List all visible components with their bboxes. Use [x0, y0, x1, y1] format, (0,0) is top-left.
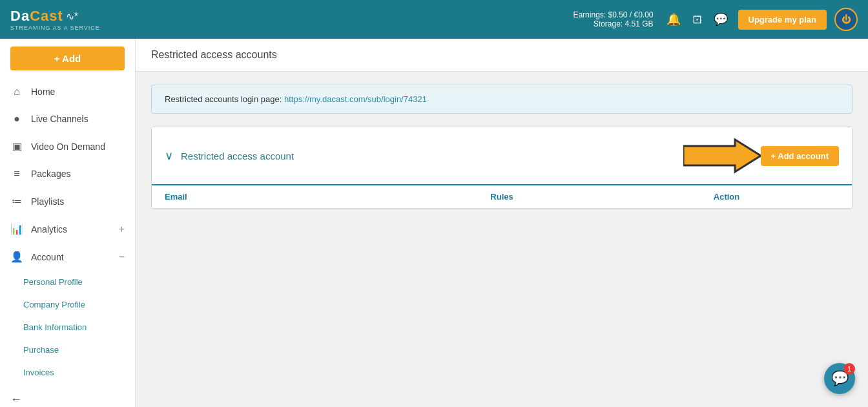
sidebar-item-live-channels[interactable]: ● Live Channels	[0, 105, 135, 132]
sidebar-home-label: Home	[31, 87, 125, 97]
add-account-button[interactable]: + Add account	[761, 146, 839, 166]
nav-icons-group: 🔔 ⊡ 💬	[666, 12, 728, 26]
home-icon: ⌂	[10, 86, 23, 98]
info-box: Restricted accounts login page: https://…	[151, 85, 852, 114]
bank-information-label: Bank Information	[23, 322, 87, 332]
logo-text: DaCast	[10, 8, 63, 25]
sidebar-item-playlists[interactable]: ≔ Playlists	[0, 187, 135, 215]
sidebar-playlists-label: Playlists	[31, 196, 125, 207]
account-icon: 👤	[10, 251, 23, 263]
earnings-label: Earnings: $0.50 / €0.00	[573, 10, 653, 19]
sidebar-analytics-label: Analytics	[31, 224, 111, 235]
sidebar-item-account[interactable]: 👤 Account −	[0, 243, 135, 271]
avatar-icon: ⏻	[842, 14, 851, 25]
nav-info: Earnings: $0.50 / €0.00 Storage: 4.51 GB	[573, 10, 653, 28]
account-collapse-icon[interactable]: −	[119, 251, 125, 263]
column-header-action: Action	[614, 192, 839, 202]
logo-subtitle: STREAMING AS A SERVICE	[10, 25, 100, 31]
sidebar-live-channels-label: Live Channels	[31, 114, 125, 124]
company-profile-label: Company Profile	[23, 300, 85, 309]
sidebar-item-analytics[interactable]: 📊 Analytics +	[0, 215, 135, 243]
chat-badge: 1	[843, 363, 855, 375]
top-navigation: DaCast ∿* STREAMING AS A SERVICE Earning…	[0, 0, 868, 39]
purchase-label: Purchase	[23, 345, 59, 355]
sidebar-vod-label: Video On Demand	[31, 141, 125, 152]
sidebar: + Add ⌂ Home ● Live Channels ▣ Video On …	[0, 39, 136, 407]
section-collapse-icon[interactable]: ∨	[165, 149, 173, 163]
sidebar-item-invoices[interactable]: Invoices	[0, 361, 135, 384]
add-button[interactable]: + Add	[10, 47, 125, 70]
personal-profile-label: Personal Profile	[23, 277, 83, 287]
page-header: Restricted access accounts	[136, 39, 868, 72]
sidebar-item-home[interactable]: ⌂ Home	[0, 78, 135, 105]
sidebar-item-company-profile[interactable]: Company Profile	[0, 293, 135, 316]
packages-icon: ≡	[10, 168, 23, 180]
fullscreen-icon[interactable]: ⊡	[692, 12, 702, 26]
arrow-svg	[683, 136, 761, 175]
sidebar-packages-label: Packages	[31, 169, 125, 179]
sidebar-account-label: Account	[31, 252, 111, 262]
upgrade-button[interactable]: Upgrade my plan	[738, 10, 827, 30]
analytics-expand-icon[interactable]: +	[119, 224, 125, 235]
vod-icon: ▣	[10, 140, 23, 152]
sidebar-item-purchase[interactable]: Purchase	[0, 339, 135, 361]
live-channels-icon: ●	[10, 113, 23, 125]
sidebar-item-personal-profile[interactable]: Personal Profile	[0, 271, 135, 293]
user-avatar[interactable]: ⏻	[834, 8, 858, 31]
logo: DaCast ∿* STREAMING AS A SERVICE	[10, 8, 100, 31]
main-layout: + Add ⌂ Home ● Live Channels ▣ Video On …	[0, 39, 868, 407]
section-header: ∨ Restricted access account + Add accoun…	[152, 127, 852, 185]
chat-bubble[interactable]: 💬 1	[824, 363, 855, 394]
section-title: Restricted access account	[181, 151, 683, 162]
arrow-annotation	[683, 136, 761, 175]
notification-icon[interactable]: 🔔	[666, 12, 681, 26]
storage-label: Storage: 4.51 GB	[594, 19, 654, 28]
section-panel: ∨ Restricted access account + Add accoun…	[151, 127, 852, 209]
sidebar-item-bank-information[interactable]: Bank Information	[0, 316, 135, 339]
column-header-rules: Rules	[389, 192, 614, 202]
playlists-icon: ≔	[10, 195, 23, 207]
invoices-label: Invoices	[23, 368, 54, 377]
sidebar-item-packages[interactable]: ≡ Packages	[0, 160, 135, 187]
info-text: Restricted accounts login page:	[165, 94, 284, 104]
content-area: Restricted accounts login page: https://…	[136, 72, 868, 222]
info-link[interactable]: https://my.dacast.com/sub/login/74321	[284, 94, 427, 104]
logo-wave-icon: ∿*	[66, 10, 78, 23]
sidebar-item-vod[interactable]: ▣ Video On Demand	[0, 132, 135, 160]
column-header-email: Email	[165, 192, 389, 202]
chat-icon[interactable]: 💬	[714, 12, 728, 26]
main-content: Restricted access accounts Restricted ac…	[136, 39, 868, 407]
table-header: Email Rules Action	[152, 185, 852, 209]
back-button[interactable]: ←	[0, 384, 135, 407]
back-icon: ←	[10, 393, 22, 406]
analytics-icon: 📊	[10, 223, 23, 235]
svg-marker-0	[683, 140, 761, 172]
page-title: Restricted access accounts	[151, 49, 277, 60]
